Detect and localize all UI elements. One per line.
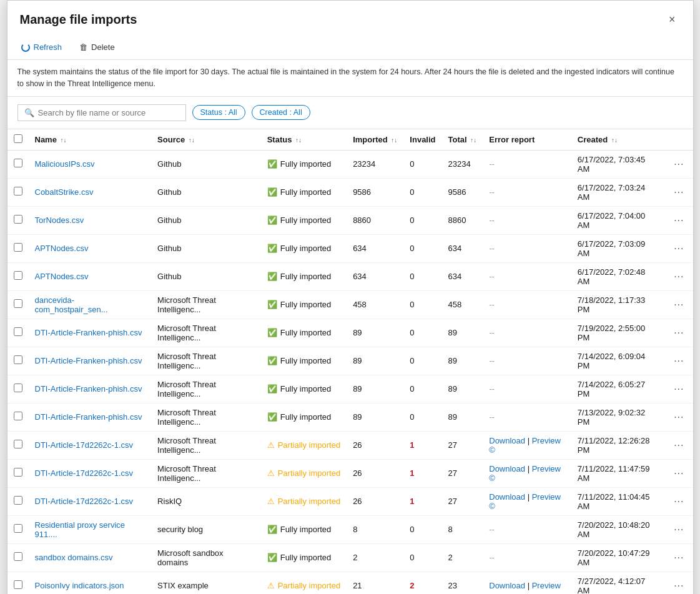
row-checkbox[interactable]	[14, 524, 22, 533]
row-source: security blog	[151, 515, 261, 543]
row-checkbox-cell	[7, 234, 29, 262]
row-invalid: 0	[403, 262, 441, 290]
row-checkbox-cell	[7, 178, 29, 206]
row-invalid: 0	[403, 347, 441, 375]
preview-link[interactable]: Preview	[532, 581, 561, 590]
row-status-text: Fully imported	[280, 356, 332, 365]
row-name-link[interactable]: DTI-Article-17d2262c-1.csv	[35, 497, 134, 506]
row-source: Microsoft Threat Intelligenc...	[151, 319, 261, 347]
row-status-text: Partially imported	[278, 581, 340, 590]
row-total: 89	[442, 347, 483, 375]
row-name-link[interactable]: DTI-Article-17d2262c-1.csv	[35, 440, 134, 450]
source-sort-icon[interactable]: ↑↓	[189, 137, 195, 144]
row-checkbox[interactable]	[14, 215, 22, 224]
download-link[interactable]: Download	[489, 436, 525, 445]
row-more-button[interactable]: ···	[671, 186, 686, 199]
delete-button[interactable]: 🗑 Delete	[76, 40, 119, 54]
col-name: Name ↑↓	[29, 129, 152, 151]
search-box[interactable]: 🔍	[17, 104, 186, 121]
row-checkbox[interactable]	[14, 243, 22, 252]
row-status: ✅Fully imported	[261, 290, 347, 319]
row-checkbox[interactable]	[14, 271, 22, 280]
select-all-col	[7, 129, 29, 151]
row-more-button[interactable]: ···	[671, 270, 686, 284]
imported-sort-icon[interactable]: ↑↓	[391, 137, 397, 144]
row-checkbox[interactable]	[14, 355, 22, 364]
row-more-button[interactable]: ···	[671, 579, 686, 593]
row-status-text: Fully imported	[280, 553, 332, 562]
created-sort-icon[interactable]: ↑↓	[611, 137, 618, 144]
row-name-link[interactable]: APTNodes.csv	[35, 244, 89, 253]
row-checkbox[interactable]	[14, 468, 22, 477]
info-text: The system maintains the status of the f…	[17, 67, 674, 88]
row-name-link[interactable]: Residential proxy service 911....	[35, 520, 126, 539]
row-more-button[interactable]: ···	[671, 298, 686, 312]
row-name-link[interactable]: CobaltStrike.csv	[35, 187, 94, 197]
row-name: APTNodes.csv	[29, 262, 152, 290]
row-checkbox[interactable]	[14, 412, 22, 420]
row-more-button[interactable]: ···	[671, 438, 686, 452]
row-total: 634	[442, 234, 483, 262]
row-name-link[interactable]: DTI-Article-Franken-phish.csv	[35, 412, 142, 422]
status-sort-icon[interactable]: ↑↓	[295, 137, 302, 144]
row-name-link[interactable]: DTI-Article-17d2262c-1.csv	[35, 468, 134, 478]
row-more-cell: ···	[665, 262, 693, 290]
table-row: MaliciousIPs.csvGithub✅Fully imported232…	[7, 150, 693, 178]
row-name-link[interactable]: DTI-Article-Franken-phish.csv	[35, 328, 142, 337]
row-name-link[interactable]: dancevida-com_hostpair_sen...	[35, 295, 108, 314]
row-checkbox[interactable]	[14, 299, 22, 308]
row-checkbox[interactable]	[14, 552, 22, 561]
table-container: Name ↑↓ Source ↑↓ Status ↑↓ Imported ↑↓ …	[7, 129, 693, 595]
row-invalid: 0	[403, 375, 441, 403]
row-more-button[interactable]: ···	[671, 382, 686, 396]
row-name: DTI-Article-Franken-phish.csv	[29, 403, 152, 431]
row-name-link[interactable]: APTNodes.csv	[35, 272, 89, 281]
table-row: CobaltStrike.csvGithub✅Fully imported958…	[7, 178, 693, 206]
row-name-link[interactable]: TorNodes.csv	[35, 215, 84, 225]
row-more-button[interactable]: ···	[671, 551, 686, 565]
row-more-button[interactable]: ···	[671, 214, 686, 227]
row-more-button[interactable]: ···	[671, 495, 686, 508]
row-more-button[interactable]: ···	[671, 467, 686, 480]
row-more-button[interactable]: ···	[671, 242, 686, 255]
search-input[interactable]	[38, 108, 179, 117]
status-filter-pill[interactable]: Status : All	[192, 105, 245, 120]
row-checkbox[interactable]	[14, 384, 22, 392]
row-more-button[interactable]: ···	[671, 326, 686, 340]
row-name-link[interactable]: DTI-Article-Franken-phish.csv	[35, 356, 142, 365]
row-more-cell: ···	[665, 487, 693, 515]
refresh-button[interactable]: Refresh	[17, 40, 66, 54]
row-created: 7/14/2022, 6:09:04 PM	[571, 347, 665, 375]
total-sort-icon[interactable]: ↑↓	[470, 137, 476, 144]
name-sort-icon[interactable]: ↑↓	[61, 137, 67, 144]
row-checkbox[interactable]	[14, 496, 22, 505]
row-total: 634	[442, 262, 483, 290]
row-more-button[interactable]: ···	[671, 410, 686, 424]
row-checkbox[interactable]	[14, 159, 22, 167]
row-created: 7/11/2022, 11:04:45 AM	[571, 487, 665, 515]
row-checkbox[interactable]	[14, 440, 22, 448]
fully-imported-icon: ✅	[267, 300, 277, 309]
row-name: Residential proxy service 911....	[29, 515, 152, 543]
row-more-button[interactable]: ···	[671, 523, 686, 537]
row-invalid: 2	[403, 572, 441, 594]
row-name-link[interactable]: PoisonIvy indicators.json	[35, 581, 124, 590]
row-checkbox[interactable]	[14, 327, 22, 336]
dialog-close-button[interactable]: ×	[664, 11, 681, 29]
row-name-link[interactable]: sandbox domains.csv	[35, 553, 113, 562]
select-all-checkbox[interactable]	[14, 134, 22, 143]
table-row: DTI-Article-Franken-phish.csvMicrosoft T…	[7, 403, 693, 431]
created-filter-pill[interactable]: Created : All	[252, 105, 310, 120]
row-checkbox[interactable]	[14, 580, 22, 589]
row-error-dash: --	[489, 244, 495, 253]
row-more-button[interactable]: ···	[671, 157, 686, 171]
row-checkbox[interactable]	[14, 187, 22, 196]
row-more-button[interactable]: ···	[671, 354, 686, 368]
download-link[interactable]: Download	[489, 464, 525, 473]
row-name-link[interactable]: DTI-Article-Franken-phish.csv	[35, 384, 142, 394]
download-link[interactable]: Download	[489, 581, 525, 590]
download-link[interactable]: Download	[489, 492, 525, 502]
row-name-link[interactable]: MaliciousIPs.csv	[35, 159, 95, 169]
row-checkbox-cell	[7, 403, 29, 431]
table-row: APTNodes.csvGithub✅Fully imported6340634…	[7, 234, 693, 262]
